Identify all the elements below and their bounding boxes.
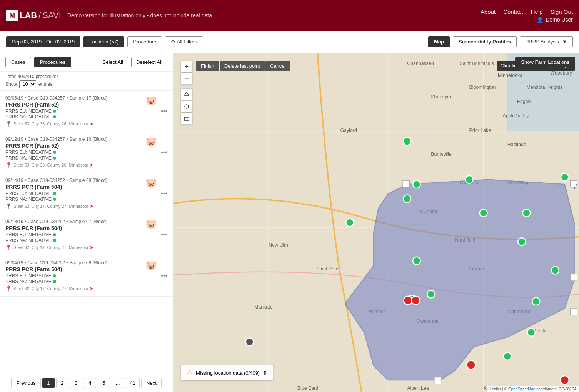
- svg-text:Mendota Heights: Mendota Heights: [526, 85, 562, 90]
- page-2-button[interactable]: 2: [56, 378, 68, 388]
- header-right: About Contact Help Sign Out 👤 Demo User: [481, 8, 573, 23]
- location-filter-button[interactable]: Location (57): [83, 36, 124, 47]
- entries-select[interactable]: 10 25 50: [19, 80, 36, 88]
- more-options[interactable]: •••: [161, 272, 167, 279]
- deselect-all-button[interactable]: Deselect All: [131, 57, 167, 67]
- svg-point-59: [532, 297, 540, 305]
- svg-text:Blue Earth: Blue Earth: [297, 385, 320, 391]
- more-options[interactable]: •••: [161, 190, 167, 197]
- filter-icon: ⚙: [171, 39, 177, 45]
- entries-label: entries: [38, 82, 52, 87]
- cancel-draw-button[interactable]: Cancel: [265, 61, 290, 71]
- svg-text:Woodbury: Woodbury: [551, 70, 572, 76]
- species-icon: 🐷: [145, 95, 157, 127]
- user-name: Demo User: [546, 17, 573, 23]
- entry-content: 09/12/19 • Case C19-034257 • Sample 16 (…: [5, 137, 142, 168]
- navigate-icon: ➤: [90, 245, 93, 250]
- select-all-button[interactable]: Select All: [98, 57, 128, 67]
- entry-result-1: PRRS EU: NEGATIVE: [5, 108, 142, 114]
- entry-item[interactable]: 09/04/19 • Case C19-034252 • Sample 66 (…: [0, 255, 173, 297]
- entry-location: 📍 Steet 62, City 17, County 27, Minnesot…: [5, 244, 142, 250]
- cases-tab[interactable]: Cases: [5, 57, 31, 67]
- entry-item[interactable]: 09/12/19 • Case C19-034257 • Sample 16 (…: [0, 132, 173, 173]
- svg-text:River Falls: River Falls: [565, 53, 579, 54]
- entry-title: PRRS PCR (Farm 504): [5, 266, 142, 272]
- svg-point-56: [551, 267, 559, 274]
- entry-item[interactable]: 09/13/19 • Case C19-034252 • Sample 67 (…: [0, 214, 173, 255]
- entry-item[interactable]: 09/06/19 • Case C19-034257 • Sample 17 (…: [0, 91, 173, 132]
- draw-rectangle-button[interactable]: [181, 113, 192, 125]
- nav-contact[interactable]: Contact: [503, 8, 523, 15]
- navigate-icon: ➤: [90, 204, 93, 209]
- susceptibility-profiles-button[interactable]: Susceptibility Profiles: [453, 36, 517, 47]
- chevron-down-icon: ▼: [562, 39, 567, 45]
- date-range-button[interactable]: Sep 03, 2019 - Oct 02, 2019: [6, 36, 80, 47]
- more-options[interactable]: •••: [161, 231, 167, 238]
- page-5-button[interactable]: 5: [98, 378, 110, 388]
- svg-point-51: [561, 173, 569, 181]
- svg-point-68: [185, 105, 189, 108]
- svg-rect-44: [434, 377, 441, 384]
- entry-date: 09/04/19 • Case C19-034252 • Sample 66 (…: [5, 260, 142, 265]
- nav-sign-out[interactable]: Sign Out: [551, 8, 573, 15]
- positive-indicator: [53, 192, 56, 195]
- svg-text:Prior Lake: Prior Lake: [469, 128, 491, 133]
- next-button[interactable]: Next: [141, 378, 162, 388]
- svg-point-58: [427, 290, 435, 298]
- zoom-out-button[interactable]: −: [181, 73, 192, 85]
- location-pin-icon: 📍: [5, 244, 12, 250]
- svg-text:Minnetonka: Minnetonka: [498, 73, 522, 78]
- procedure-filter-button[interactable]: Procedure: [127, 36, 162, 47]
- svg-rect-42: [571, 274, 577, 281]
- procedures-tab[interactable]: Procedures: [34, 57, 71, 67]
- page-3-button[interactable]: 3: [70, 378, 82, 388]
- positive-indicator: [53, 274, 56, 277]
- svg-point-65: [561, 376, 569, 384]
- page-last-button[interactable]: 41: [126, 378, 140, 388]
- svg-rect-41: [571, 180, 577, 187]
- logo-lab-text: LAB: [20, 10, 37, 20]
- map-attribution: Leaflet | © OpenStreetMap contributors, …: [487, 386, 579, 392]
- prrs-analysis-dropdown[interactable]: PRRS Analysis ▼: [520, 36, 573, 47]
- entry-content: 09/13/19 • Case C19-034252 • Sample 67 (…: [5, 219, 142, 250]
- draw-circle-button[interactable]: [181, 101, 192, 112]
- svg-text:New Ulm: New Ulm: [269, 242, 288, 248]
- page-1-button[interactable]: 1: [42, 378, 55, 388]
- entry-title: PRRS PCR (Farm 52): [5, 102, 142, 108]
- svg-point-64: [467, 360, 475, 369]
- location-pin-icon: 📍: [5, 162, 12, 168]
- previous-button[interactable]: Previous: [11, 378, 41, 388]
- map-view-button[interactable]: Map: [428, 36, 450, 47]
- nav-about[interactable]: About: [481, 8, 496, 15]
- nav-help[interactable]: Help: [531, 8, 543, 15]
- osm-link[interactable]: OpenStreetMap: [508, 387, 536, 391]
- page-ellipsis[interactable]: ...: [112, 378, 124, 388]
- positive-indicator: [53, 110, 56, 113]
- entry-date: 09/06/19 • Case C19-034257 • Sample 17 (…: [5, 95, 142, 101]
- zoom-in-button[interactable]: +: [181, 61, 192, 72]
- entry-location: 📍 Steet 62, City 17, County 27, Minnesot…: [5, 285, 142, 292]
- user-info: 👤 Demo User: [537, 17, 573, 23]
- collapse-icon[interactable]: ⇑: [263, 370, 267, 376]
- svg-point-50: [466, 176, 473, 183]
- draw-polygon-button[interactable]: [181, 88, 192, 100]
- show-farm-locations-button[interactable]: Show Farm Locations: [515, 57, 575, 67]
- panel-controls: Cases Procedures Select All Deselect All: [0, 53, 173, 72]
- entry-title: PRRS PCR (Farm 504): [5, 184, 142, 190]
- location-pin-icon: 📍: [5, 121, 12, 127]
- page-4-button[interactable]: 4: [84, 378, 96, 388]
- navigate-icon: ➤: [90, 121, 93, 127]
- entry-result-2: PRRS NA: NEGATIVE: [5, 197, 142, 202]
- map-background: Saint Bonifacius Minnetonka Mendota Heig…: [173, 53, 579, 392]
- delete-last-point-button[interactable]: Delete last point: [220, 61, 265, 71]
- more-options[interactable]: •••: [161, 149, 167, 156]
- svg-text:Hastings: Hastings: [507, 142, 526, 147]
- license-link[interactable]: CC-BY-SA: [559, 387, 577, 391]
- svg-point-66: [246, 338, 254, 346]
- all-filters-button[interactable]: ⚙ All Filters: [165, 36, 203, 47]
- finish-draw-button[interactable]: Finish: [196, 61, 219, 71]
- entry-item[interactable]: 09/14/19 • Case C19-034252 • Sample 68 (…: [0, 173, 173, 214]
- entry-content: 09/06/19 • Case C19-034257 • Sample 17 (…: [5, 95, 142, 127]
- entry-result-1: PRRS EU: NEGATIVE: [5, 273, 142, 279]
- more-options[interactable]: •••: [161, 108, 167, 115]
